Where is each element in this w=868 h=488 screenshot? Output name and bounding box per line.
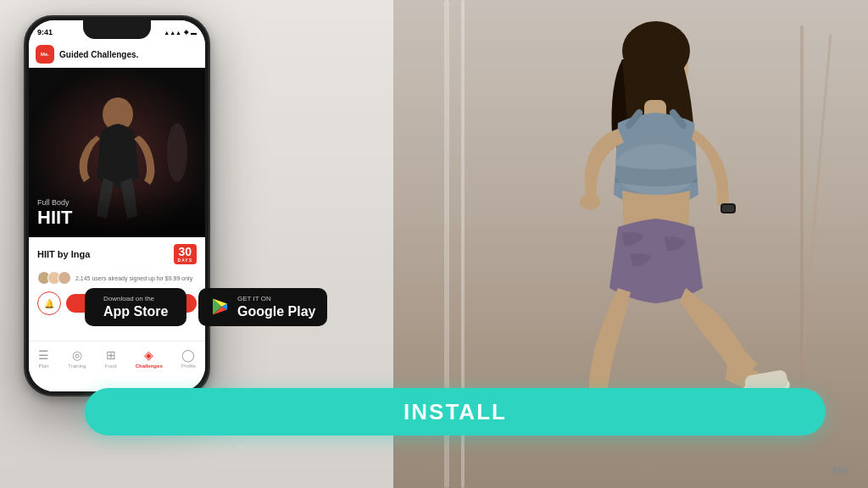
app-store-big-text: App Store (103, 303, 168, 319)
app-store-button[interactable]: Download on the App Store (85, 288, 186, 326)
status-time: 9:41 (37, 28, 53, 36)
profile-icon: ◯ (181, 348, 195, 362)
app-logo-icon: Me. (36, 45, 54, 64)
nav-food[interactable]: ⊞ Food (105, 348, 117, 369)
svg-point-14 (167, 123, 187, 182)
card-workout-name: HIIT by Inga (37, 249, 90, 259)
remind-button[interactable]: 🔔 (37, 291, 61, 315)
phone-notch (83, 20, 151, 39)
workout-title: HIIT (37, 207, 197, 229)
install-button-label: INSTALL (403, 399, 507, 425)
wifi-icon: ◈ (184, 29, 188, 36)
app-store-small-text: Download on the (103, 295, 168, 303)
app-header: Me. Guided Challenges. (29, 41, 205, 68)
nav-profile[interactable]: ◯ Profile (181, 348, 196, 369)
food-icon: ⊞ (106, 348, 116, 362)
training-icon: ◎ (72, 348, 82, 362)
challenges-label: Challenges (136, 363, 163, 369)
plan-icon: ☰ (38, 348, 49, 362)
workout-subtitle: Full Body (37, 198, 197, 207)
google-play-icon (210, 297, 231, 317)
food-label: Food (105, 363, 117, 369)
me-branding-logo: Me. (832, 463, 851, 476)
bell-icon: 🔔 (44, 299, 54, 308)
users-count-text: 2,145 users already signed up for $9.99 … (75, 275, 192, 281)
nav-challenges[interactable]: ◈ Challenges (136, 348, 163, 369)
days-badge: 30 DAYS (174, 244, 197, 264)
phone-bottom-nav: ☰ Plan ◎ Training ⊞ Food ◈ Challenges ◯ … (29, 341, 205, 391)
workout-card-image: Full Body HIIT (29, 68, 205, 237)
training-label: Training (68, 363, 86, 369)
store-buttons-container: Download on the App Store GET IT ON Goog… (85, 288, 327, 326)
users-row: 2,145 users already signed up for $9.99 … (37, 271, 197, 285)
nav-training[interactable]: ◎ Training (68, 348, 86, 369)
phone-mockup: 9:41 ▲▲▲ ◈ ▬ Me. Guided Challenges. (24, 15, 210, 396)
profile-label: Profile (181, 363, 196, 369)
install-button[interactable]: INSTALL (85, 388, 826, 435)
nav-plan[interactable]: ☰ Plan (38, 348, 49, 369)
app-header-title: Guided Challenges. (59, 50, 138, 59)
signal-icon: ▲▲▲ (164, 30, 181, 36)
google-play-small-text: GET IT ON (237, 295, 315, 303)
plan-label: Plan (39, 363, 49, 369)
challenges-icon: ◈ (144, 348, 153, 362)
google-play-big-text: Google Play (237, 303, 315, 319)
battery-icon: ▬ (191, 30, 197, 36)
google-play-button[interactable]: GET IT ON Google Play (198, 288, 327, 326)
user-avatar-3 (58, 271, 71, 285)
